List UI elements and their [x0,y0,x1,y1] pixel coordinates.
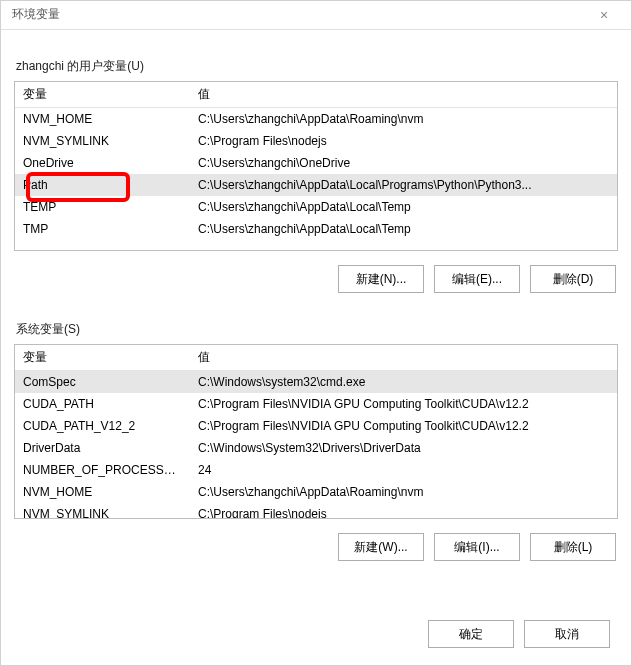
table-row[interactable]: CUDA_PATHC:\Program Files\NVIDIA GPU Com… [15,393,617,415]
table-row[interactable]: NVM_SYMLINKC:\Program Files\nodejs [15,130,617,152]
table-row[interactable]: DriverDataC:\Windows\System32\Drivers\Dr… [15,437,617,459]
var-name-cell: TMP [15,218,190,240]
table-row[interactable]: NVM_SYMLINKC:\Program Files\nodejs [15,503,617,519]
user-button-row: 新建(N)... 编辑(E)... 删除(D) [14,265,618,293]
table-row[interactable]: ComSpecC:\Windows\system32\cmd.exe [15,371,617,393]
user-delete-button[interactable]: 删除(D) [530,265,616,293]
table-row[interactable]: NUMBER_OF_PROCESSORS24 [15,459,617,481]
var-name-cell: Path [15,174,190,196]
table-row[interactable]: NVM_HOMEC:\Users\zhangchi\AppData\Roamin… [15,481,617,503]
titlebar: 环境变量 × [0,0,632,30]
user-vars-label: zhangchi 的用户变量(U) [14,58,618,75]
user-col-value[interactable]: 值 [190,82,617,108]
system-delete-button[interactable]: 删除(L) [530,533,616,561]
close-icon[interactable]: × [584,0,624,30]
var-value-cell: 24 [190,459,617,481]
var-value-cell: C:\Users\zhangchi\AppData\Roaming\nvm [190,108,617,130]
window-title: 环境变量 [8,6,584,23]
system-vars-table: 变量 值 ComSpecC:\Windows\system32\cmd.exeC… [15,345,617,518]
table-row[interactable]: CUDA_PATH_V12_2C:\Program Files\NVIDIA G… [15,415,617,437]
user-new-button[interactable]: 新建(N)... [338,265,424,293]
system-col-value[interactable]: 值 [190,345,617,371]
var-value-cell: C:\Windows\system32\cmd.exe [190,371,617,393]
ok-button[interactable]: 确定 [428,620,514,648]
var-value-cell: C:\Users\zhangchi\OneDrive [190,152,617,174]
var-name-cell: NUMBER_OF_PROCESSORS [15,459,190,481]
table-row[interactable]: OneDriveC:\Users\zhangchi\OneDrive [15,152,617,174]
var-value-cell: C:\Windows\System32\Drivers\DriverData [190,437,617,459]
var-name-cell: NVM_HOME [15,108,190,130]
table-row[interactable]: PathC:\Users\zhangchi\AppData\Local\Prog… [15,174,617,196]
system-edit-button[interactable]: 编辑(I)... [434,533,520,561]
user-col-name[interactable]: 变量 [15,82,190,108]
var-name-cell: TEMP [15,196,190,218]
table-row[interactable]: NVM_HOMEC:\Users\zhangchi\AppData\Roamin… [15,108,617,130]
var-name-cell: OneDrive [15,152,190,174]
system-col-name[interactable]: 变量 [15,345,190,371]
var-name-cell: NVM_SYMLINK [15,130,190,152]
var-value-cell: C:\Users\zhangchi\AppData\Roaming\nvm [190,481,617,503]
system-vars-group: 系统变量(S) 变量 值 ComSpecC:\Windows\system32\… [14,321,618,561]
system-vars-label: 系统变量(S) [14,321,618,338]
var-name-cell: CUDA_PATH_V12_2 [15,415,190,437]
system-new-button[interactable]: 新建(W)... [338,533,424,561]
var-value-cell: C:\Program Files\NVIDIA GPU Computing To… [190,415,617,437]
user-vars-group: zhangchi 的用户变量(U) 变量 值 NVM_HOMEC:\Users\… [14,58,618,293]
var-value-cell: C:\Users\zhangchi\AppData\Local\Temp [190,218,617,240]
var-name-cell: NVM_HOME [15,481,190,503]
var-value-cell: C:\Program Files\nodejs [190,503,617,519]
var-value-cell: C:\Program Files\NVIDIA GPU Computing To… [190,393,617,415]
dialog-button-row: 确定 取消 [428,620,610,648]
system-button-row: 新建(W)... 编辑(I)... 删除(L) [14,533,618,561]
user-edit-button[interactable]: 编辑(E)... [434,265,520,293]
var-name-cell: CUDA_PATH [15,393,190,415]
var-value-cell: C:\Program Files\nodejs [190,130,617,152]
dialog-content: zhangchi 的用户变量(U) 变量 值 NVM_HOMEC:\Users\… [0,30,632,571]
table-row[interactable]: TMPC:\Users\zhangchi\AppData\Local\Temp [15,218,617,240]
var-name-cell: NVM_SYMLINK [15,503,190,519]
var-value-cell: C:\Users\zhangchi\AppData\Local\Temp [190,196,617,218]
var-name-cell: DriverData [15,437,190,459]
user-vars-table: 变量 值 NVM_HOMEC:\Users\zhangchi\AppData\R… [15,82,617,240]
var-value-cell: C:\Users\zhangchi\AppData\Local\Programs… [190,174,617,196]
user-vars-listbox[interactable]: 变量 值 NVM_HOMEC:\Users\zhangchi\AppData\R… [14,81,618,251]
system-vars-listbox[interactable]: 变量 值 ComSpecC:\Windows\system32\cmd.exeC… [14,344,618,519]
table-row[interactable]: TEMPC:\Users\zhangchi\AppData\Local\Temp [15,196,617,218]
cancel-button[interactable]: 取消 [524,620,610,648]
var-name-cell: ComSpec [15,371,190,393]
